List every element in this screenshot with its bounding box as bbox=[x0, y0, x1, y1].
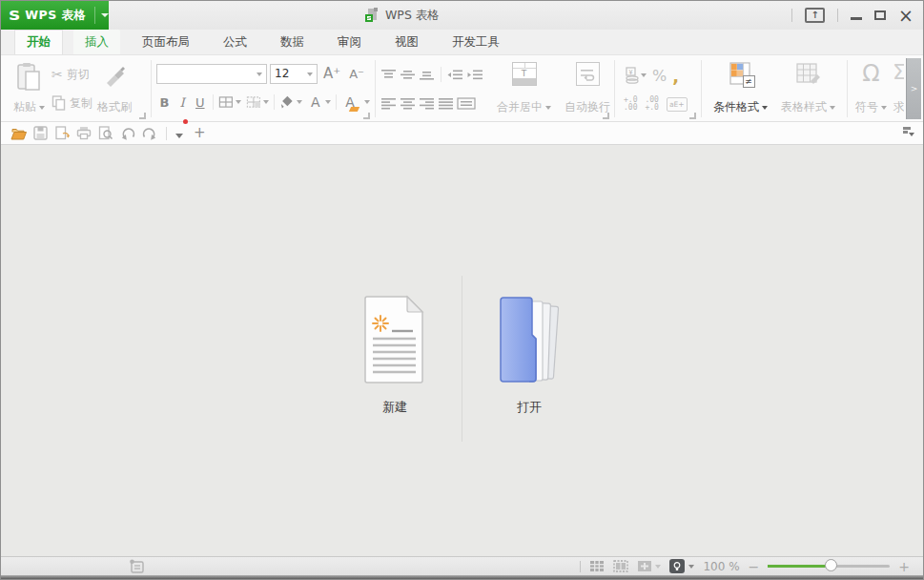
clear-format-button[interactable]: A bbox=[341, 94, 359, 110]
zoom-in-button[interactable]: + bbox=[898, 560, 910, 573]
draw-border-icon[interactable] bbox=[246, 95, 261, 109]
fill-color-icon[interactable] bbox=[279, 95, 296, 110]
open-file-icon[interactable] bbox=[10, 127, 27, 140]
tab-review[interactable]: 审阅 bbox=[326, 30, 373, 54]
align-left-icon[interactable] bbox=[380, 97, 398, 110]
tab-formulas[interactable]: 公式 bbox=[212, 30, 258, 54]
font-color-button[interactable]: A bbox=[307, 94, 323, 110]
status-bar: 100 % − + bbox=[1, 556, 923, 575]
maximize-button[interactable] bbox=[874, 10, 886, 20]
decrease-indent-icon[interactable] bbox=[446, 69, 464, 81]
increase-indent-icon[interactable] bbox=[466, 69, 484, 81]
new-tab-button[interactable]: + bbox=[194, 126, 206, 140]
normal-view-icon[interactable] bbox=[589, 560, 605, 572]
app-menu-label: WPS 表格 bbox=[25, 8, 86, 24]
font-name-combobox[interactable] bbox=[156, 64, 267, 84]
chevron-down-icon bbox=[830, 106, 835, 110]
zoom-slider-thumb[interactable] bbox=[825, 559, 837, 571]
align-middle-icon[interactable] bbox=[400, 69, 417, 81]
paste-button[interactable]: 粘贴 bbox=[10, 60, 48, 117]
currency-format-button[interactable]: ¥ bbox=[624, 67, 647, 85]
new-document-button[interactable]: 新建 bbox=[328, 276, 462, 442]
tab-developer[interactable]: 开发工具 bbox=[441, 30, 511, 54]
decrease-font-button[interactable]: A⁻ bbox=[346, 67, 367, 81]
customize-toolbar-button[interactable] bbox=[175, 124, 187, 142]
chevron-down-icon bbox=[101, 13, 109, 17]
increase-decimal-button[interactable]: +.0 .00 bbox=[624, 96, 637, 112]
redo-icon[interactable] bbox=[142, 127, 157, 140]
page-break-view-icon[interactable] bbox=[613, 560, 628, 572]
decrease-decimal-button[interactable]: .00 +.0 bbox=[645, 96, 658, 112]
align-top-icon[interactable] bbox=[380, 69, 398, 81]
tab-page-layout[interactable]: 页面布局 bbox=[131, 30, 201, 54]
chevron-down-icon[interactable] bbox=[325, 100, 331, 104]
print-preview-icon[interactable] bbox=[98, 126, 113, 140]
merge-center-button[interactable]: T 合并居中 bbox=[494, 60, 554, 117]
tab-data[interactable]: 数据 bbox=[269, 30, 316, 54]
sigma-icon: Σ bbox=[893, 62, 904, 83]
chevron-down-icon[interactable] bbox=[364, 100, 370, 104]
dialog-launcher-icon[interactable] bbox=[139, 113, 146, 119]
toolbar-options-button[interactable] bbox=[902, 126, 915, 137]
align-bottom-icon[interactable] bbox=[419, 69, 436, 81]
bold-button[interactable]: B bbox=[156, 95, 173, 110]
divider bbox=[837, 9, 838, 22]
wps-app-menu-button[interactable]: S WPS 表格 bbox=[1, 1, 109, 30]
page-layout-view-button[interactable] bbox=[637, 560, 661, 572]
dialog-launcher-icon[interactable] bbox=[603, 113, 609, 119]
window-controls: ↑ × bbox=[791, 1, 914, 30]
sum-button[interactable]: Σ 求 bbox=[890, 60, 904, 117]
divider bbox=[701, 60, 702, 117]
font-size-combobox[interactable]: 12 bbox=[270, 64, 318, 84]
undo-icon[interactable] bbox=[120, 127, 135, 140]
ribbon-overflow-strip[interactable]: > bbox=[906, 58, 921, 119]
open-document-button[interactable]: 打开 bbox=[462, 276, 596, 442]
minimize-button[interactable] bbox=[851, 17, 862, 20]
chevron-down-icon bbox=[545, 106, 551, 110]
open-document-label: 打开 bbox=[517, 399, 542, 416]
macro-record-button[interactable] bbox=[129, 559, 145, 573]
zoom-out-button[interactable]: − bbox=[749, 560, 760, 573]
underline-button[interactable]: U bbox=[192, 95, 208, 110]
chevron-down-icon[interactable] bbox=[297, 100, 302, 104]
symbol-button[interactable]: Ω 符号 bbox=[852, 60, 890, 117]
hide-ribbon-button[interactable]: ↑ bbox=[805, 8, 825, 23]
tab-home[interactable]: 开始 bbox=[14, 30, 63, 54]
chevron-down-icon bbox=[175, 134, 183, 138]
dialog-launcher-icon[interactable] bbox=[689, 113, 696, 119]
export-pdf-icon[interactable] bbox=[54, 126, 70, 140]
conditional-format-button[interactable]: ≠ 条件格式 bbox=[710, 60, 770, 117]
ribbon: 粘贴 ✂ 剪切 复制 bbox=[1, 55, 923, 122]
toolbar-options-icon bbox=[902, 126, 915, 137]
wrap-text-button[interactable]: 自动换行 bbox=[562, 60, 613, 117]
tab-insert[interactable]: 插入 bbox=[73, 30, 120, 54]
dialog-launcher-icon[interactable] bbox=[363, 113, 370, 119]
cut-button[interactable]: ✂ 剪切 bbox=[51, 64, 92, 85]
align-center-icon[interactable] bbox=[400, 97, 417, 110]
eye-protection-button[interactable] bbox=[669, 559, 694, 573]
borders-icon[interactable] bbox=[218, 95, 234, 109]
zoom-slider[interactable] bbox=[768, 565, 890, 568]
tab-view[interactable]: 视图 bbox=[383, 30, 430, 54]
italic-button[interactable]: I bbox=[175, 95, 191, 110]
increase-font-button[interactable]: A⁺ bbox=[320, 65, 343, 82]
percent-style-button[interactable]: % bbox=[652, 67, 667, 85]
paste-label: 粘贴 bbox=[13, 99, 36, 115]
align-right-icon[interactable] bbox=[419, 97, 436, 110]
format-painter-button[interactable]: 格式刷 bbox=[94, 60, 134, 117]
chevron-down-icon[interactable] bbox=[236, 100, 241, 104]
justify-icon[interactable] bbox=[438, 97, 455, 110]
scientific-format-button[interactable]: aE+ bbox=[667, 97, 688, 112]
start-page-canvas: 新建 打开 bbox=[1, 145, 923, 558]
print-icon[interactable] bbox=[76, 126, 92, 140]
table-style-button[interactable]: 表格样式 bbox=[778, 60, 838, 117]
chevron-down-icon[interactable] bbox=[263, 100, 269, 104]
save-icon[interactable] bbox=[33, 126, 48, 140]
svg-text:¥: ¥ bbox=[628, 68, 633, 75]
chevron-down-icon bbox=[641, 73, 647, 77]
distributed-icon[interactable] bbox=[457, 97, 476, 110]
divider bbox=[166, 127, 167, 140]
copy-button[interactable]: 复制 bbox=[51, 93, 92, 114]
close-button[interactable]: × bbox=[898, 7, 914, 25]
comma-style-button[interactable]: , bbox=[672, 66, 679, 86]
